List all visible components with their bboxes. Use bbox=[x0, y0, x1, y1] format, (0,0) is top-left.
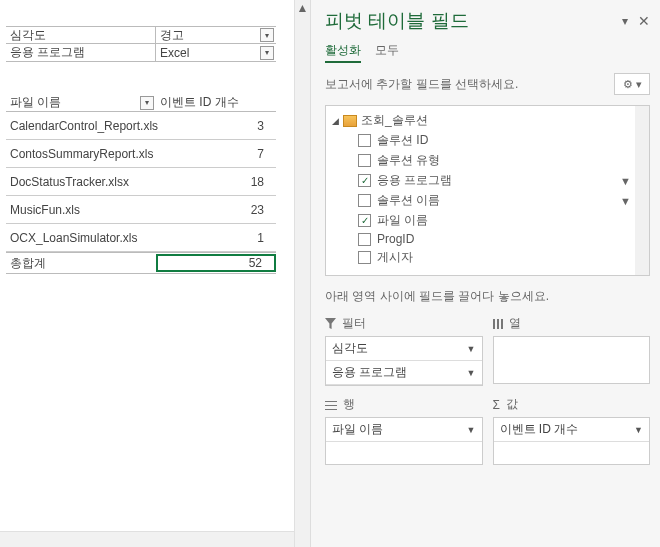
filters-area: 필터 심각도 ▼ 응용 프로그램 ▼ bbox=[325, 315, 483, 386]
row-name: MusicFun.xls bbox=[6, 203, 156, 217]
table-name: 조회_솔루션 bbox=[361, 112, 428, 129]
rows-icon bbox=[325, 400, 337, 410]
area-label: 행 bbox=[343, 396, 355, 413]
filter-row: 응용 프로그램 Excel ▾ bbox=[6, 44, 276, 62]
pane-dropdown-icon[interactable]: ▾ bbox=[622, 14, 628, 28]
row-value: 7 bbox=[156, 147, 276, 161]
report-filters: 심각도 경고 ▾ 응용 프로그램 Excel ▾ bbox=[6, 26, 276, 62]
tab-all[interactable]: 모두 bbox=[375, 42, 399, 63]
field-hint-row: 보고서에 추가할 필드를 선택하세요. ⚙ ▾ bbox=[325, 73, 650, 95]
gear-icon: ⚙ bbox=[623, 78, 633, 91]
drag-hint: 아래 영역 사이에 필드를 끌어다 놓으세요. bbox=[325, 288, 650, 305]
field-item[interactable]: ✓ 응용 프로그램 ▼ bbox=[358, 172, 645, 189]
filter-value: Excel bbox=[160, 46, 189, 60]
checkbox[interactable] bbox=[358, 154, 371, 167]
pivot-fields-pane: 피벗 테이블 필드 ▾ ✕ 활성화 모두 보고서에 추가할 필드를 선택하세요.… bbox=[310, 0, 660, 547]
filter-value-cell[interactable]: 경고 ▾ bbox=[156, 27, 276, 43]
filter-dropdown-icon[interactable]: ▾ bbox=[260, 46, 274, 60]
table-row[interactable]: MusicFun.xls 23 bbox=[6, 196, 276, 224]
horizontal-scrollbar[interactable] bbox=[0, 531, 294, 547]
row-value: 23 bbox=[156, 203, 276, 217]
area-label: 필터 bbox=[342, 315, 366, 332]
field-item[interactable]: 솔루션 이름 ▼ + bbox=[358, 192, 645, 209]
columns-icon bbox=[493, 319, 503, 329]
table-row[interactable]: ContosSummaryReport.xls 7 bbox=[6, 140, 276, 168]
table-icon bbox=[343, 115, 357, 127]
filter-label: 심각도 bbox=[10, 27, 46, 44]
values-dropzone[interactable]: 이벤트 ID 개수 ▼ bbox=[493, 417, 651, 465]
field-item[interactable]: 게시자 bbox=[358, 249, 645, 266]
checkbox-checked[interactable]: ✓ bbox=[358, 174, 371, 187]
field-label: 응용 프로그램 bbox=[377, 172, 452, 189]
table-node[interactable]: ◢ 조회_솔루션 bbox=[332, 112, 645, 129]
pivot-header-row: 파일 이름 ▾ 이벤트 ID 개수 bbox=[6, 92, 276, 112]
worksheet-area: 심각도 경고 ▾ 응용 프로그램 Excel ▾ 파일 이름 ▾ 이벤트 ID bbox=[0, 0, 310, 547]
row-name: OCX_LoanSimulator.xls bbox=[6, 231, 156, 245]
checkbox[interactable] bbox=[358, 251, 371, 264]
close-icon[interactable]: ✕ bbox=[638, 13, 650, 29]
tab-active[interactable]: 활성화 bbox=[325, 42, 361, 63]
table-row[interactable]: DocStatusTracker.xlsx 18 bbox=[6, 168, 276, 196]
filters-dropzone[interactable]: 심각도 ▼ 응용 프로그램 ▼ bbox=[325, 336, 483, 386]
area-field-label: 심각도 bbox=[332, 340, 368, 357]
field-label: 솔루션 이름 bbox=[377, 192, 440, 209]
value-header-cell[interactable]: 이벤트 ID 개수 bbox=[156, 94, 276, 111]
filter-icon[interactable]: ▼ bbox=[620, 175, 631, 187]
scroll-up-icon[interactable]: ▲ bbox=[295, 0, 310, 16]
chevron-down-icon: ▾ bbox=[636, 78, 642, 91]
checkbox[interactable] bbox=[358, 233, 371, 246]
checkbox[interactable] bbox=[358, 134, 371, 147]
field-label: ProgID bbox=[377, 232, 414, 246]
area-field[interactable]: 이벤트 ID 개수 ▼ bbox=[494, 418, 650, 442]
checkbox[interactable] bbox=[358, 194, 371, 207]
row-header-label: 파일 이름 bbox=[10, 94, 61, 111]
row-value: 3 bbox=[156, 119, 276, 133]
field-hint: 보고서에 추가할 필드를 선택하세요. bbox=[325, 76, 518, 93]
table-row[interactable]: CalendarControl_Report.xls 3 bbox=[6, 112, 276, 140]
row-header-dropdown-icon[interactable]: ▾ bbox=[140, 96, 154, 110]
filter-label-cell[interactable]: 심각도 bbox=[6, 27, 156, 43]
row-name: CalendarControl_Report.xls bbox=[6, 119, 156, 133]
field-label: 파일 이름 bbox=[377, 212, 428, 229]
chevron-down-icon[interactable]: ▼ bbox=[467, 344, 476, 354]
filter-value-cell[interactable]: Excel ▾ bbox=[156, 44, 276, 61]
chevron-down-icon[interactable]: ▼ bbox=[634, 425, 643, 435]
table-row[interactable]: OCX_LoanSimulator.xls 1 bbox=[6, 224, 276, 252]
rows-area: 행 파일 이름 ▼ bbox=[325, 396, 483, 465]
row-name: DocStatusTracker.xlsx bbox=[6, 175, 156, 189]
field-item[interactable]: ProgID bbox=[358, 232, 645, 246]
pivot-areas: 필터 심각도 ▼ 응용 프로그램 ▼ 열 bbox=[325, 315, 650, 465]
area-field[interactable]: 심각도 ▼ bbox=[326, 337, 482, 361]
area-field-label: 이벤트 ID 개수 bbox=[500, 421, 579, 438]
rows-dropzone[interactable]: 파일 이름 ▼ bbox=[325, 417, 483, 465]
field-label: 게시자 bbox=[377, 249, 413, 266]
field-item[interactable]: 솔루션 유형 bbox=[358, 152, 645, 169]
vertical-scrollbar[interactable]: ▲ bbox=[294, 0, 310, 547]
row-header-cell[interactable]: 파일 이름 ▾ bbox=[6, 94, 156, 111]
area-field[interactable]: 파일 이름 ▼ bbox=[326, 418, 482, 442]
filter-label-cell[interactable]: 응용 프로그램 bbox=[6, 44, 156, 61]
columns-dropzone[interactable] bbox=[493, 336, 651, 384]
field-list-scrollbar[interactable] bbox=[635, 106, 649, 275]
pivot-table: 파일 이름 ▾ 이벤트 ID 개수 CalendarControl_Report… bbox=[6, 92, 276, 274]
filter-dropdown-icon[interactable]: ▾ bbox=[260, 28, 274, 42]
total-value-cell[interactable]: 52 bbox=[156, 254, 276, 272]
area-field[interactable]: 응용 프로그램 ▼ bbox=[326, 361, 482, 385]
filter-label: 응용 프로그램 bbox=[10, 44, 85, 61]
chevron-down-icon[interactable]: ▼ bbox=[467, 425, 476, 435]
collapse-icon[interactable]: ◢ bbox=[332, 116, 339, 126]
checkbox-checked[interactable]: ✓ bbox=[358, 214, 371, 227]
funnel-icon bbox=[325, 318, 336, 329]
chevron-down-icon[interactable]: ▼ bbox=[467, 368, 476, 378]
total-label: 총합계 bbox=[6, 255, 156, 272]
columns-area: 열 bbox=[493, 315, 651, 386]
filter-icon[interactable]: ▼ bbox=[620, 195, 631, 207]
grand-total-row[interactable]: 총합계 52 bbox=[6, 252, 276, 274]
pane-tabs: 활성화 모두 bbox=[325, 42, 650, 63]
area-field-label: 파일 이름 bbox=[332, 421, 383, 438]
field-item[interactable]: 솔루션 ID bbox=[358, 132, 645, 149]
tools-button[interactable]: ⚙ ▾ bbox=[614, 73, 650, 95]
field-label: 솔루션 ID bbox=[377, 132, 428, 149]
field-item[interactable]: ✓ 파일 이름 bbox=[358, 212, 645, 229]
field-label: 솔루션 유형 bbox=[377, 152, 440, 169]
